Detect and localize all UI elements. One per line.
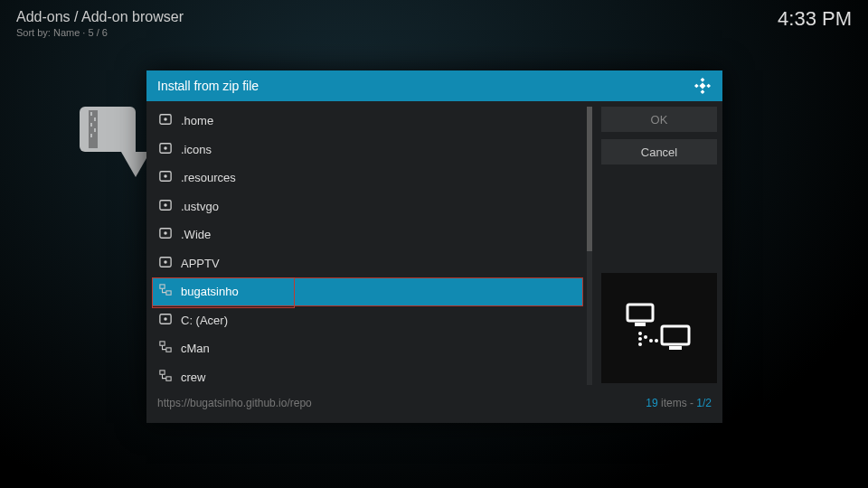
dialog-body: .home.icons.resources.ustvgo.WideAPPTVbu… [146, 101, 722, 390]
svg-point-39 [655, 339, 658, 343]
ok-button[interactable]: OK [601, 107, 717, 132]
svg-point-13 [164, 118, 167, 122]
breadcrumb: Add-ons / Add-on browser [16, 9, 184, 25]
cancel-button[interactable]: Cancel [601, 139, 717, 164]
svg-rect-32 [627, 305, 653, 321]
page-indicator: 1/2 [696, 397, 712, 409]
dialog-footer: https://bugatsinho.github.io/repo 19 ite… [146, 390, 722, 416]
svg-rect-35 [669, 346, 682, 350]
disk-drive-icon [159, 199, 172, 214]
list-item[interactable]: cMan [152, 334, 583, 363]
count-label: items - [658, 397, 697, 409]
svg-rect-1 [89, 110, 98, 148]
list-item-label: .icons [181, 143, 212, 156]
list-item-label: .resources [181, 171, 236, 184]
scrollbar[interactable] [587, 107, 592, 385]
svg-rect-5 [94, 128, 96, 132]
disk-drive-icon [159, 256, 172, 271]
current-path: https://bugatsinho.github.io/repo [157, 397, 312, 409]
svg-point-19 [164, 203, 167, 207]
network-share-icon [626, 303, 693, 353]
svg-point-38 [649, 339, 653, 343]
svg-rect-7 [701, 78, 705, 82]
list-item[interactable]: APPTV [152, 249, 583, 278]
network-drive-icon [159, 370, 172, 385]
svg-point-27 [164, 317, 167, 321]
list-item[interactable]: crew [152, 363, 583, 386]
item-count: 19 items - 1/2 [646, 397, 712, 409]
list-item[interactable]: C: (Acer) [152, 306, 583, 335]
svg-rect-8 [694, 84, 699, 89]
svg-rect-31 [166, 377, 171, 380]
svg-rect-28 [160, 342, 165, 345]
svg-point-15 [164, 146, 167, 150]
kodi-logo-icon [693, 77, 712, 95]
svg-rect-29 [166, 348, 171, 352]
network-drive-icon [159, 284, 172, 299]
list-item-label: cMan [181, 342, 210, 355]
svg-rect-25 [166, 291, 171, 295]
svg-rect-30 [160, 371, 165, 374]
dialog-header: Install from zip file [146, 70, 722, 101]
svg-rect-9 [706, 84, 711, 89]
disk-drive-icon [159, 227, 172, 242]
svg-point-41 [638, 343, 642, 346]
list-item[interactable]: .Wide [152, 221, 583, 249]
svg-point-40 [638, 337, 642, 341]
scrollbar-thumb[interactable] [587, 107, 592, 251]
disk-drive-icon [159, 313, 172, 328]
source-preview [601, 273, 717, 383]
disk-drive-icon [159, 113, 172, 128]
list-item-label: .ustvgo [181, 200, 219, 213]
svg-rect-6 [90, 134, 92, 137]
list-item-label: .Wide [181, 228, 211, 241]
clock: 4:33 PM [778, 7, 852, 31]
svg-rect-24 [160, 285, 165, 288]
list-item[interactable]: .home [152, 107, 583, 136]
svg-rect-2 [90, 112, 92, 116]
install-zip-dialog: Install from zip file .home.icons.resour… [146, 70, 722, 423]
list-item-label: C: (Acer) [181, 314, 228, 327]
disk-drive-icon [159, 142, 172, 157]
dialog-title: Install from zip file [157, 79, 259, 93]
svg-point-23 [164, 260, 167, 264]
screen: Add-ons / Add-on browser Sort by: Name ·… [0, 0, 868, 488]
network-drive-icon [159, 341, 172, 356]
list-item-label: crew [181, 371, 205, 384]
svg-rect-33 [635, 323, 646, 326]
list-item-label: bugatsinho [181, 285, 239, 298]
svg-point-37 [644, 335, 647, 339]
file-list: .home.icons.resources.ustvgo.WideAPPTVbu… [152, 107, 592, 385]
list-item[interactable]: bugatsinho [152, 277, 583, 306]
svg-point-21 [164, 232, 167, 236]
dialog-sidebar: OK Cancel [601, 107, 717, 385]
svg-rect-11 [699, 82, 705, 89]
svg-rect-3 [94, 117, 96, 121]
svg-point-17 [164, 175, 167, 179]
disk-drive-icon [159, 170, 172, 185]
count-number: 19 [646, 397, 657, 409]
zip-install-icon [80, 107, 150, 197]
svg-rect-4 [90, 123, 92, 127]
svg-point-36 [638, 332, 642, 335]
list-item[interactable]: .resources [152, 164, 583, 192]
list-item[interactable]: .ustvgo [152, 192, 583, 221]
list-item-label: APPTV [181, 257, 220, 270]
list-item[interactable]: .icons [152, 136, 583, 164]
list-item-label: .home [181, 114, 213, 127]
svg-rect-34 [662, 326, 689, 344]
sort-by-label: Sort by: Name · 5 / 6 [16, 27, 108, 38]
svg-rect-10 [701, 89, 705, 94]
